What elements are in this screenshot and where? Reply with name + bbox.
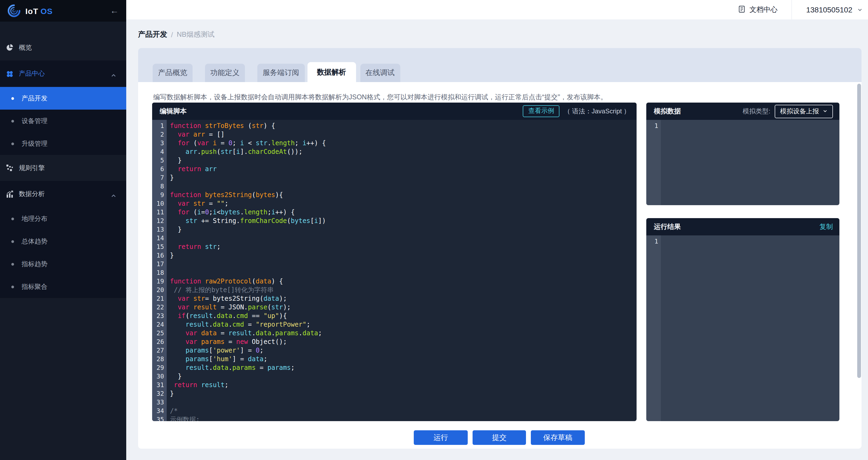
bullet-icon — [11, 142, 14, 145]
topbar: 文档中心 13810505102 — [126, 0, 868, 20]
code-line — [170, 234, 637, 242]
code-line: params['power'] = 0; — [170, 346, 637, 355]
sidebar-item-2[interactable]: 规则引擎 — [0, 155, 126, 180]
sidebar-group-label: 产品中心 — [19, 69, 45, 78]
sidebar-subitem-label: 升级管理 — [22, 139, 48, 148]
logo-row: IoTOS ← — [0, 0, 126, 22]
sidebar-subitem[interactable]: 设备管理 — [0, 110, 126, 132]
bullet-icon — [11, 217, 14, 220]
breadcrumb-current: NB烟感测试 — [177, 30, 214, 39]
sidebar-subitem[interactable]: 地理分布 — [0, 207, 126, 230]
sidebar-collapse-arrow-icon[interactable]: ← — [110, 6, 119, 15]
rule-engine-icon — [6, 164, 13, 172]
simulate-data-title: 模拟数据 — [654, 107, 681, 116]
code-line: var arr = [] — [170, 130, 637, 139]
tab-0[interactable]: 产品概览 — [153, 64, 193, 82]
sidebar-subitem-label: 指标聚合 — [22, 282, 48, 291]
code-line: } — [170, 389, 637, 398]
simulate-data-header: 模拟数据 模拟类型: 模拟设备上报 — [646, 103, 839, 120]
copy-button[interactable]: 复制 — [819, 222, 833, 231]
sidebar-subitem[interactable]: 指标趋势 — [0, 253, 126, 275]
bullet-icon — [11, 97, 14, 99]
code-line: // 将上报的byte[]转化为字符串 — [170, 286, 637, 294]
sidebar-group-header-3[interactable]: 数据分析 — [0, 181, 126, 207]
code-line: return result; — [170, 381, 637, 389]
sidebar-subitem[interactable]: 指标聚合 — [0, 275, 126, 298]
tab-1[interactable]: 功能定义 — [205, 64, 245, 82]
code-line — [170, 398, 637, 407]
topbar-divider — [792, 0, 792, 20]
code-line: for (var i = 0; i < str.length; i++) { — [170, 139, 637, 147]
sidebar-subitem[interactable]: 升级管理 — [0, 132, 126, 155]
run-result-panel: 运行结果 复制 1 — [646, 218, 839, 421]
code-line: return arr — [170, 165, 637, 173]
code-line: var params = new Object(); — [170, 338, 637, 346]
run-result-header: 运行结果 复制 — [646, 218, 839, 235]
code-line: } — [170, 156, 637, 165]
sidebar-item-0[interactable]: 概览 — [0, 35, 126, 60]
tab-2[interactable]: 服务端订阅 — [257, 64, 305, 82]
sidebar-nav: 概览产品中心产品开发设备管理升级管理规则引擎数据分析地理分布总体趋势指标趋势指标… — [0, 22, 126, 460]
code-line: arr.push(str[i].charCodeAt()); — [170, 147, 637, 156]
screen: IoTOS ← 概览产品中心产品开发设备管理升级管理规则引擎数据分析地理分布总体… — [0, 0, 868, 460]
account-label: 13810505102 — [806, 5, 852, 14]
code-line: 示例数据: — [170, 415, 637, 421]
code-line: var data = result.data.params.data; — [170, 329, 637, 338]
page-description: 编写数据解析脚本，设备上报数据时会自动调用脚本将数据解析为JSON格式，您可以对… — [153, 93, 851, 102]
sidebar-group-3: 数据分析地理分布总体趋势指标趋势指标聚合 — [0, 180, 126, 298]
code-line: result.data.params = params; — [170, 363, 637, 372]
run-result-title: 运行结果 — [654, 222, 681, 231]
doc-center-link[interactable]: 文档中心 — [738, 5, 778, 15]
sidebar-subitem-label: 指标趋势 — [22, 259, 48, 268]
logo-icon — [7, 4, 21, 18]
sidebar: IoTOS ← 概览产品中心产品开发设备管理升级管理规则引擎数据分析地理分布总体… — [0, 0, 126, 460]
bar-chart-icon — [6, 190, 13, 198]
pie-chart-icon — [6, 44, 13, 51]
sim-type-select[interactable]: 模拟设备上报 — [775, 105, 833, 118]
bullet-icon — [11, 240, 14, 243]
code-line — [170, 182, 637, 191]
syntax-note: （ 语法：JavaScript ） — [564, 107, 630, 116]
result-line-numbers: 1 — [646, 235, 661, 421]
account-menu[interactable]: 13810505102 — [806, 5, 863, 14]
sim-type-value: 模拟设备上报 — [780, 107, 819, 116]
sidebar-group-header-1[interactable]: 产品中心 — [0, 60, 126, 87]
breadcrumb-separator: / — [171, 30, 173, 38]
sidebar-subitem[interactable]: 总体趋势 — [0, 230, 126, 253]
code-editor-textarea[interactable]: function strToBytes (str) { var arr = []… — [167, 120, 637, 421]
editor-line-numbers: 1234567891011121314151617181920212223242… — [152, 120, 167, 421]
sidebar-group-1: 产品中心产品开发设备管理升级管理 — [0, 60, 126, 155]
code-line: } — [170, 251, 637, 260]
run-button[interactable]: 运行 — [414, 430, 468, 445]
grid-icon — [6, 70, 13, 78]
tab-4[interactable]: 在线调试 — [360, 64, 400, 82]
sidebar-subitem-label: 设备管理 — [22, 116, 48, 125]
code-line: result.data.cmd = "reportPower"; — [170, 320, 637, 329]
breadcrumb: 产品开发 / NB烟感测试 — [138, 30, 214, 39]
code-line: for (i=0;i<bytes.length;i++) { — [170, 208, 637, 217]
code-line: function strToBytes (str) { — [170, 121, 637, 130]
view-example-button[interactable]: 查看示例 — [523, 105, 560, 117]
bullet-icon — [11, 120, 14, 122]
code-line: var str = ""; — [170, 199, 637, 208]
code-line: } — [170, 372, 637, 381]
save-draft-button[interactable]: 保存草稿 — [531, 430, 585, 445]
breadcrumb-root[interactable]: 产品开发 — [138, 30, 167, 39]
sidebar-subitem-label: 总体趋势 — [22, 237, 48, 246]
chevron-down-icon — [857, 5, 863, 14]
code-line: params['hum'] = data; — [170, 355, 637, 363]
submit-button[interactable]: 提交 — [472, 430, 526, 445]
chevron-up-icon — [111, 71, 117, 77]
chevron-up-icon — [111, 191, 117, 197]
sidebar-subitem[interactable]: 产品开发 — [0, 87, 126, 110]
editor-title: 编辑脚本 — [160, 107, 187, 116]
sim-data-textarea[interactable] — [661, 120, 839, 205]
code-line — [170, 260, 637, 268]
sim-type-label: 模拟类型: — [743, 107, 770, 116]
tab-3[interactable]: 数据解析 — [307, 62, 356, 82]
code-line: var result = JSON.parse(str); — [170, 303, 637, 312]
sidebar-subitem-label: 产品开发 — [22, 94, 48, 103]
vertical-scrollbar[interactable] — [857, 84, 861, 378]
tabstrip: 产品概览功能定义服务端订阅数据解析在线调试 — [138, 48, 862, 82]
sidebar-group-label: 数据分析 — [19, 190, 45, 199]
